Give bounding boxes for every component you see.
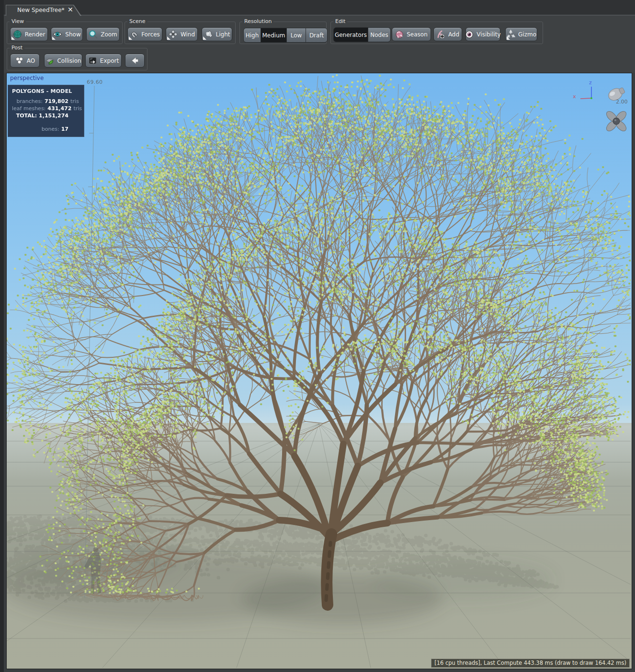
forces-button[interactable]: Forces [127,27,162,41]
tab-title: New SpeedTree* [17,7,65,13]
light-button[interactable]: Light [202,27,232,41]
add-button[interactable]: Add [433,27,462,41]
group-view: View Render Show [7,22,123,44]
stats-title: POLYGONS - MODEL [12,88,80,94]
tree-model-render[interactable] [7,73,631,668]
group-edit-label: Edit [333,18,347,25]
group-view-label: View [10,18,26,25]
edit-generators-button[interactable]: Generators [334,28,368,42]
document-tab[interactable]: New SpeedTree* ✕ [6,5,81,16]
axis-x-label: x [573,93,576,100]
wind-fan-icon [169,30,178,39]
resolution-segmented-control: High Medium Low Draft [243,28,328,43]
stats-row-branches: branches: 719,802 tris [12,98,80,105]
group-post: Post AO Collision [7,48,147,70]
season-globe-icon [395,30,404,39]
render-button[interactable]: Render [10,27,48,41]
light-intensity-value: 2.00 [616,99,628,105]
gizmo-button[interactable]: Gizmo [505,27,537,41]
stats-row-leaf-meshes: leaf meshes: 431,472 tris [12,105,80,112]
ao-button[interactable]: AO [10,54,40,68]
compute-status-bar: [16 cpu threads], Last Compute 443.38 ms… [431,659,630,668]
show-button[interactable]: Show [51,27,83,41]
ruler-height-value: 69.60 [87,79,103,85]
camera-mode-label[interactable]: perspective [10,75,44,81]
viewport-3d[interactable]: perspective 69.60 POLYGONS - MODEL branc… [6,73,632,669]
group-post-label: Post [10,45,24,51]
group-resolution-label: Resolution [242,18,273,25]
render-globe-icon [13,30,22,39]
back-arrow-icon [130,56,140,66]
edit-mode-segmented-control: Generators Nodes [333,27,391,42]
export-button[interactable]: Export [85,54,122,68]
stats-row-bones: bones: 17 [12,125,80,133]
axis-z-label: z [589,80,592,86]
viewport-frame: perspective 69.60 POLYGONS - MODEL branc… [4,73,635,672]
resolution-low-button[interactable]: Low [287,28,306,42]
resolution-medium-button[interactable]: Medium [261,28,287,42]
resolution-high-button[interactable]: High [244,28,261,42]
group-edit: Edit Generators Nodes Season [330,22,543,44]
polygon-stats-panel: POLYGONS - MODEL branches: 719,802 tris … [8,85,84,137]
speedtree-window: New SpeedTree* ✕ View Render [0,0,635,672]
wind-button[interactable]: Wind [166,27,198,41]
main-toolbar: View Render Show [4,15,635,73]
stats-row-total: TOTAL: 1,151,274 [12,112,80,119]
document-tab-bar: New SpeedTree* ✕ [4,0,635,15]
zoom-magnifier-icon [89,30,98,39]
season-button[interactable]: Season [392,27,431,41]
zoom-button[interactable]: Zoom [86,27,120,41]
back-arrow-button[interactable] [125,54,145,68]
resolution-draft-button[interactable]: Draft [306,28,327,42]
export-icon [88,56,97,65]
group-scene-label: Scene [127,18,147,25]
visibility-button[interactable]: Visibility [465,27,500,41]
forces-magnet-icon [130,30,138,39]
edit-nodes-button[interactable]: Nodes [368,28,390,42]
group-scene: Scene Forces [125,22,236,44]
visibility-eye-icon [465,30,474,39]
tab-close-icon[interactable]: ✕ [68,6,73,13]
add-generator-icon [436,30,445,39]
show-eye-icon [53,31,62,38]
collision-button[interactable]: Collision [44,54,82,68]
group-resolution: Resolution High Medium Low Draft [239,22,327,44]
ao-spheres-icon [15,56,24,65]
light-lamp-icon [204,30,213,39]
collision-leaf-icon [45,56,54,65]
